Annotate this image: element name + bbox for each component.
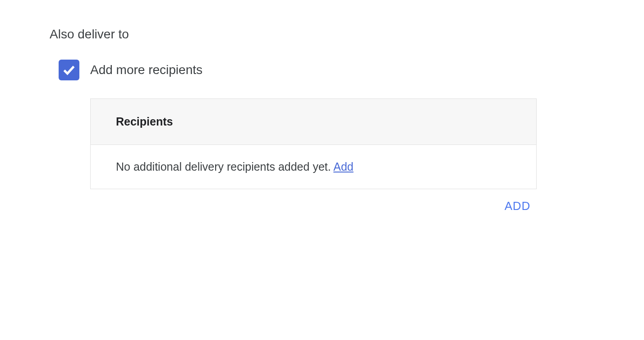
add-more-recipients-checkbox[interactable] — [59, 60, 79, 80]
add-recipient-button[interactable]: ADD — [503, 197, 532, 215]
section-heading: Also deliver to — [50, 27, 594, 42]
check-icon — [61, 62, 77, 78]
add-more-recipients-label: Add more recipients — [90, 63, 202, 77]
recipients-column-header: Recipients — [116, 115, 173, 128]
add-recipient-inline-link[interactable]: Add — [333, 160, 353, 173]
recipients-table-header: Recipients — [91, 99, 536, 145]
recipients-table: Recipients No additional delivery recipi… — [90, 98, 537, 189]
add-more-recipients-row: Add more recipients — [59, 60, 594, 80]
recipients-table-body: No additional delivery recipients added … — [91, 145, 536, 189]
recipients-footer: ADD — [90, 189, 537, 215]
recipients-empty-message: No additional delivery recipients added … — [116, 160, 333, 173]
